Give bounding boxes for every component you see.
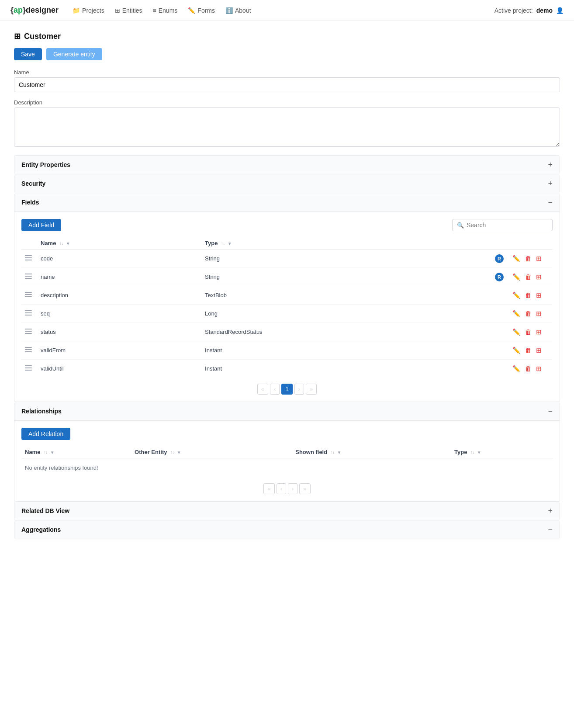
- delete-field-button[interactable]: 🗑: [525, 273, 532, 281]
- table-row: status StandardRecordStatus ✏️ 🗑 ⊞: [21, 323, 553, 341]
- aggregations-section: Aggregations −: [14, 520, 560, 539]
- delete-field-button[interactable]: 🗑: [525, 365, 532, 372]
- add-field-button[interactable]: Add Field: [21, 219, 61, 231]
- type-filter-icon[interactable]: ▼: [228, 241, 232, 246]
- no-relationships-message: No entity relationships found!: [21, 458, 553, 478]
- drag-handle-cell: [21, 286, 37, 305]
- edit-field-button[interactable]: ✏️: [512, 291, 521, 299]
- edit-field-button[interactable]: ✏️: [512, 365, 521, 373]
- field-actions-cell: ✏️ 🗑 ⊞: [509, 360, 553, 378]
- security-expand-icon[interactable]: +: [548, 180, 553, 187]
- description-label: Description: [14, 99, 560, 106]
- required-badge: R: [495, 254, 504, 263]
- nav-forms[interactable]: ✏️ Forms: [188, 7, 215, 14]
- edit-field-button[interactable]: ✏️: [512, 255, 521, 263]
- fields-page-1[interactable]: 1: [281, 384, 292, 395]
- entity-properties-section: Entity Properties +: [14, 155, 560, 174]
- add-relation-button[interactable]: Add Relation: [21, 428, 70, 440]
- type-sort-icon[interactable]: ↑↓: [221, 241, 225, 246]
- entity-properties-header[interactable]: Entity Properties +: [14, 156, 560, 174]
- field-type-cell: String: [201, 250, 491, 268]
- related-db-view-expand-icon[interactable]: +: [548, 507, 553, 515]
- relationships-header[interactable]: Relationships −: [14, 402, 560, 420]
- rel-name-filter[interactable]: ▼: [50, 450, 55, 455]
- edit-field-button[interactable]: ✏️: [512, 273, 521, 281]
- nav-entities[interactable]: ⊞ Entities: [115, 7, 142, 14]
- settings-field-button[interactable]: ⊞: [536, 255, 542, 263]
- name-input[interactable]: [14, 77, 560, 92]
- edit-field-button[interactable]: ✏️: [512, 347, 521, 354]
- drag-col-header: [21, 237, 37, 250]
- rel-shown-sort[interactable]: ↑↓: [331, 450, 335, 455]
- fields-title: Fields: [21, 199, 39, 206]
- related-db-view-header[interactable]: Related DB View +: [14, 502, 560, 520]
- drag-handle-cell: [21, 250, 37, 268]
- settings-field-button[interactable]: ⊞: [536, 291, 542, 299]
- rel-page-prev[interactable]: ‹: [277, 483, 286, 494]
- drag-handle-cell: [21, 268, 37, 286]
- delete-field-button[interactable]: 🗑: [525, 255, 532, 262]
- drag-handle[interactable]: [25, 291, 32, 298]
- relationships-pagination: « ‹ › »: [21, 483, 553, 494]
- aggregations-collapse-icon[interactable]: −: [548, 526, 553, 534]
- settings-field-button[interactable]: ⊞: [536, 310, 542, 318]
- user-circle-icon: 👤: [556, 7, 564, 14]
- rel-type-sort[interactable]: ↑↓: [470, 450, 474, 455]
- delete-field-button[interactable]: 🗑: [525, 347, 532, 354]
- fields-page-first[interactable]: «: [257, 384, 268, 395]
- settings-field-button[interactable]: ⊞: [536, 328, 542, 336]
- rel-page-first[interactable]: «: [263, 483, 274, 494]
- fields-page-next[interactable]: ›: [294, 384, 304, 395]
- rel-page-last[interactable]: »: [299, 483, 310, 494]
- nav-projects[interactable]: 📁 Projects: [73, 7, 104, 14]
- rel-type-filter[interactable]: ▼: [477, 450, 481, 455]
- field-type-cell: TextBlob: [201, 286, 491, 305]
- edit-field-button[interactable]: ✏️: [512, 328, 521, 336]
- fields-header[interactable]: Fields −: [14, 193, 560, 211]
- drag-handle[interactable]: [25, 364, 32, 372]
- settings-field-button[interactable]: ⊞: [536, 347, 542, 354]
- fields-page-prev[interactable]: ‹: [270, 384, 280, 395]
- rel-entity-sort[interactable]: ↑↓: [170, 450, 174, 455]
- delete-field-button[interactable]: 🗑: [525, 291, 532, 299]
- drag-handle[interactable]: [25, 254, 32, 262]
- fields-collapse-icon[interactable]: −: [548, 198, 553, 206]
- settings-field-button[interactable]: ⊞: [536, 273, 542, 281]
- nav-enums[interactable]: ≡ Enums: [153, 7, 178, 14]
- fields-page-last[interactable]: »: [306, 384, 317, 395]
- drag-handle[interactable]: [25, 309, 32, 317]
- project-name: demo: [536, 7, 553, 14]
- rel-page-next[interactable]: ›: [288, 483, 297, 494]
- name-field-group: Name: [14, 69, 560, 92]
- security-header[interactable]: Security +: [14, 174, 560, 193]
- fields-search-input[interactable]: [467, 222, 548, 229]
- generate-entity-button[interactable]: Generate entity: [46, 48, 102, 60]
- description-input[interactable]: [14, 107, 560, 147]
- rel-shown-filter[interactable]: ▼: [337, 450, 341, 455]
- delete-field-button[interactable]: 🗑: [525, 310, 532, 317]
- edit-field-button[interactable]: ✏️: [512, 310, 521, 318]
- settings-field-button[interactable]: ⊞: [536, 365, 542, 373]
- rel-name-sort[interactable]: ↑↓: [44, 450, 48, 455]
- rel-entity-filter[interactable]: ▼: [177, 450, 181, 455]
- field-actions-cell: ✏️ 🗑 ⊞: [509, 286, 553, 305]
- action-icons: ✏️ 🗑 ⊞: [512, 365, 549, 373]
- fields-pagination: « ‹ 1 › »: [21, 384, 553, 395]
- save-button[interactable]: Save: [14, 48, 42, 60]
- field-required-cell: R: [491, 250, 509, 268]
- field-type-cell: Instant: [201, 360, 491, 378]
- drag-handle[interactable]: [25, 327, 32, 335]
- nav-about[interactable]: ℹ️ About: [225, 7, 251, 14]
- aggregations-header[interactable]: Aggregations −: [14, 520, 560, 539]
- entity-properties-expand-icon[interactable]: +: [548, 161, 553, 169]
- relationships-collapse-icon[interactable]: −: [548, 407, 553, 415]
- name-sort-icon[interactable]: ↑↓: [59, 241, 63, 246]
- field-actions-cell: ✏️ 🗑 ⊞: [509, 305, 553, 323]
- name-filter-icon[interactable]: ▼: [66, 241, 70, 246]
- drag-handle[interactable]: [25, 272, 32, 280]
- drag-handle[interactable]: [25, 346, 32, 354]
- action-icons: ✏️ 🗑 ⊞: [512, 310, 549, 318]
- delete-field-button[interactable]: 🗑: [525, 328, 532, 336]
- field-required-cell: [491, 305, 509, 323]
- security-title: Security: [21, 180, 45, 187]
